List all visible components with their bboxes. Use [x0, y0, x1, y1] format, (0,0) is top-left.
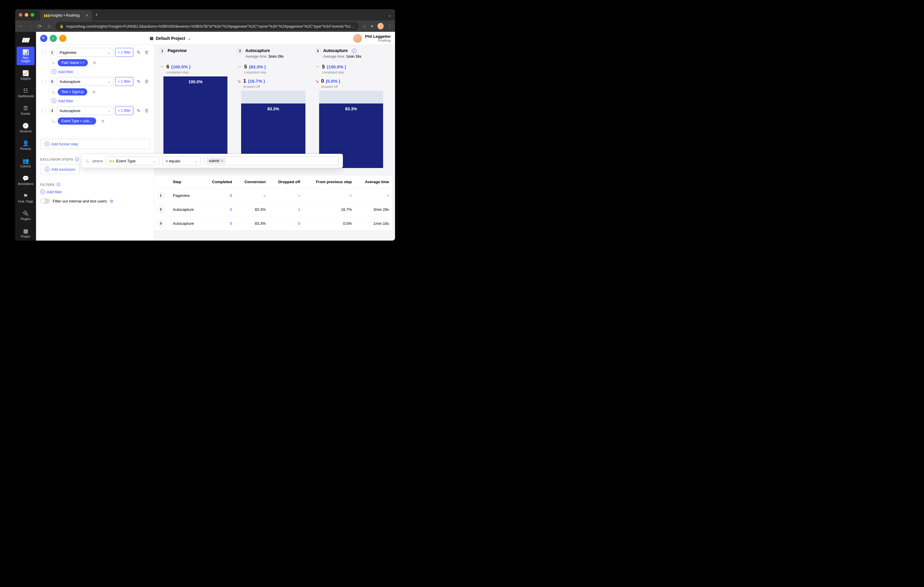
step-name: Autocapture	[323, 48, 348, 53]
sidebar-item-project[interactable]: ▦ Project	[16, 225, 35, 240]
edit-icon[interactable]: ✎	[135, 78, 142, 85]
browser-tab[interactable]: ▮▮▮ Insights • PostHog ✕	[40, 10, 92, 21]
sidebar-item-dashboards[interactable]: ☷ Dashboards	[16, 85, 35, 100]
profile-avatar[interactable]	[378, 23, 384, 30]
edit-icon[interactable]: ✎	[135, 49, 142, 56]
cohorts-icon: 👥	[18, 158, 33, 164]
cell-dropped[interactable]: 0	[269, 217, 304, 230]
tab-title: Insights • PostHog	[50, 13, 79, 18]
cell-completed[interactable]: 5	[203, 217, 235, 230]
sidebar-label: Project	[21, 235, 30, 238]
edit-icon[interactable]: ✎	[135, 107, 142, 114]
sidebar-item-plugins[interactable]: 🔌 Plugins	[16, 208, 35, 223]
url-input[interactable]: 🔒 myposthog.com/insights?insight=FUNNELS…	[55, 22, 358, 30]
add-funnel-step-button[interactable]: + Add funnel step	[40, 139, 150, 149]
remove-filter-icon[interactable]: ✕	[101, 118, 105, 124]
add-global-filter-link[interactable]: + Add filter	[40, 189, 150, 194]
sidebar-label: Events	[21, 112, 30, 115]
step-name: Autocapture	[245, 48, 270, 53]
forward-button[interactable]: →	[27, 23, 33, 29]
sidebar-item-feat-flags[interactable]: ⚑ Feat. Flags	[16, 190, 35, 206]
gear-icon[interactable]: ⚙	[110, 199, 114, 203]
maximize-window[interactable]	[31, 13, 34, 16]
event-selector[interactable]: Pageview ⌄	[57, 48, 114, 57]
cell-dropped[interactable]: –	[269, 189, 304, 202]
trash-icon[interactable]: 🗑	[144, 78, 150, 85]
info-icon[interactable]: i	[352, 49, 356, 53]
add-filter-link[interactable]: + Add filter	[51, 69, 150, 74]
filter-pill[interactable]: Path Name = /	[58, 59, 88, 66]
cell-completed[interactable]: 6	[203, 189, 235, 202]
reload-button[interactable]: ⟳	[37, 23, 43, 29]
sidebar-item-persons[interactable]: 👤 Persons	[16, 138, 35, 153]
event-selector[interactable]: Autocapture ⌄	[57, 106, 114, 115]
filter-button[interactable]: ▿ 1 filter	[115, 106, 134, 115]
user-menu[interactable]: Phil Leggetter PostHog	[353, 34, 391, 43]
remove-tag-icon[interactable]: ✕	[221, 159, 224, 163]
sidebar-item-sessions[interactable]: 🕘 Sessions	[16, 120, 35, 135]
persons-icon: 👤	[18, 140, 33, 146]
info-icon[interactable]: i	[75, 157, 79, 161]
dropped-sub: dropped off	[243, 85, 265, 88]
plugins-icon: 🔌	[18, 210, 33, 217]
sidebar-item-cohorts[interactable]: 👥 Cohorts	[16, 155, 35, 170]
project-selector[interactable]: ▤ Default Project ⌄	[150, 36, 191, 41]
sidebar-item-new-insight[interactable]: 📊 New Insight	[16, 47, 35, 65]
remove-filter-icon[interactable]: ✕	[92, 60, 96, 66]
bar-container: 100.0%	[157, 76, 233, 154]
cell-completed[interactable]: 5	[203, 202, 235, 217]
bookmark-star-icon[interactable]: ☆	[362, 23, 366, 29]
where-value-input[interactable]: submit ✕	[204, 156, 338, 165]
drag-handle-icon[interactable]: ⋮⋮	[40, 79, 47, 84]
lock-icon: 🔒	[59, 25, 64, 28]
bar-label: 100.0%	[188, 79, 203, 84]
search-button[interactable]: 🔍	[40, 35, 47, 42]
completed-metric: → 5 (100.0% ) completed step	[313, 64, 389, 74]
browser-menu-icon[interactable]: ⋮	[387, 23, 392, 29]
minimize-window[interactable]	[25, 13, 28, 16]
extensions-icon[interactable]: ✦	[370, 23, 374, 29]
where-value-tag[interactable]: submit ✕	[206, 158, 225, 164]
toggle-switch[interactable]	[40, 198, 50, 204]
add-exclusion-button[interactable]: + Add exclusion	[40, 164, 80, 174]
sidebar-item-annotations[interactable]: 💬 Annotations	[16, 173, 35, 188]
trash-icon[interactable]: 🗑	[144, 107, 150, 114]
close-tab-icon[interactable]: ✕	[86, 13, 88, 18]
where-operator-select[interactable]: = equals ⌄	[162, 156, 201, 165]
completed-pct: (100.0% )	[327, 64, 346, 69]
tab-menu-chevron[interactable]: ⌄	[388, 12, 391, 18]
status-warn-button[interactable]: ⌃	[59, 35, 66, 42]
info-icon[interactable]: i	[56, 183, 60, 186]
filter-pill[interactable]: Event Type = sub…	[58, 117, 96, 125]
sidebar-item-insights[interactable]: 📈 Insights	[16, 67, 35, 83]
drag-handle-icon[interactable]: ⋮⋮	[40, 109, 47, 113]
funnel-step-1: ⋮⋮ 1 Pageview ⌄ ▿ 1 filter ✎ 🗑	[40, 48, 150, 57]
new-tab-button[interactable]: +	[95, 12, 98, 18]
plus-circle-icon: +	[40, 189, 45, 194]
bar-fill[interactable]: 100.0%	[163, 76, 228, 154]
cell-dropped[interactable]: 1	[269, 202, 304, 217]
back-button[interactable]: ←	[18, 23, 24, 29]
table-row: 1 Pageview 6 – – – –	[155, 189, 392, 202]
filter-button[interactable]: ▿ 1 filter	[115, 77, 134, 86]
filter-row: ↳ Path Name = / ✕	[51, 59, 150, 66]
add-filter-link[interactable]: + Add filter	[51, 99, 150, 103]
home-button[interactable]: ⌂	[46, 23, 52, 29]
where-property-select[interactable]: ▮▮▮ Event Type ⌄	[106, 156, 159, 165]
drag-handle-icon[interactable]: ⋮⋮	[40, 50, 47, 54]
event-selector[interactable]: Autocapture ⌄	[57, 77, 114, 86]
close-window[interactable]	[19, 13, 22, 16]
status-ok-button[interactable]: ✓	[50, 35, 57, 42]
sidebar-label: Cohorts	[20, 165, 31, 168]
filter-pill[interactable]: Text = SignUp	[58, 88, 87, 95]
arrow-indent-icon: ↳	[86, 158, 89, 164]
window-controls	[19, 13, 34, 16]
arrow-down-right-icon: ↘	[315, 78, 319, 84]
table-row: 2 Autocapture 5 83.3% 1 16.7% 3min 29s	[155, 202, 392, 217]
sidebar-item-events[interactable]: ☰ Events	[16, 103, 35, 118]
trash-icon[interactable]: 🗑	[144, 49, 150, 56]
filter-button[interactable]: ▿ 1 filter	[115, 48, 134, 57]
remove-filter-icon[interactable]: ✕	[92, 89, 96, 95]
posthog-logo[interactable]: ▮▮▮	[21, 36, 30, 43]
chevron-up-icon: ⌃	[61, 36, 64, 40]
